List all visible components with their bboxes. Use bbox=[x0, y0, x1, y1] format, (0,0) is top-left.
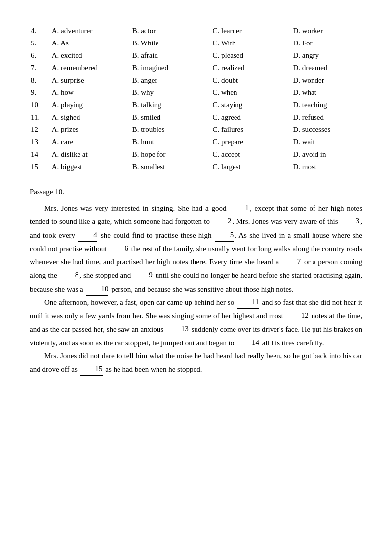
option-d: D. what bbox=[292, 86, 362, 99]
table-row: 5. A. As B. While C. With D. For bbox=[30, 37, 362, 49]
option-d: D. wonder bbox=[292, 74, 362, 86]
option-b: B. anger bbox=[131, 74, 212, 86]
question-num: 10. bbox=[30, 99, 51, 111]
question-num: 9. bbox=[30, 86, 51, 99]
table-row: 10. A. playing B. talking C. staying D. … bbox=[30, 99, 362, 111]
option-c: C. realized bbox=[212, 62, 292, 74]
table-row: 6. A. excited B. afraid C. pleased D. an… bbox=[30, 49, 362, 62]
option-c: C. doubt bbox=[212, 74, 292, 86]
question-num: 6. bbox=[30, 49, 51, 62]
option-a: A. playing bbox=[51, 99, 131, 111]
option-c: C. pleased bbox=[212, 49, 292, 62]
table-row: 7. A. remembered B. imagined C. realized… bbox=[30, 62, 362, 74]
page-number: 1 bbox=[30, 390, 362, 398]
option-b: B. smiled bbox=[131, 111, 212, 124]
option-c: C. staying bbox=[212, 99, 292, 111]
blank-4: 4 bbox=[78, 228, 97, 242]
blank-13: 13 bbox=[166, 322, 189, 336]
option-b: B. actor bbox=[131, 25, 212, 37]
option-c: C. failures bbox=[212, 124, 292, 136]
option-a: A. remembered bbox=[51, 62, 131, 74]
option-b: B. afraid bbox=[131, 49, 212, 62]
option-d: D. dreamed bbox=[292, 62, 362, 74]
option-a: A. how bbox=[51, 86, 131, 99]
paragraph-3: Mrs. Jones did not dare to tell him what… bbox=[30, 349, 362, 376]
option-b: B. hunt bbox=[131, 136, 212, 148]
paragraph-2: One afternoon, however, a fast, open car… bbox=[30, 296, 362, 349]
option-c: C. agreed bbox=[212, 111, 292, 124]
option-b: B. talking bbox=[131, 99, 212, 111]
blank-10: 10 bbox=[86, 282, 108, 296]
passage-body: Mrs. Jones was very interested in singin… bbox=[30, 201, 362, 376]
question-num: 15. bbox=[30, 161, 51, 173]
option-d: D. avoid in bbox=[292, 148, 362, 161]
option-b: B. why bbox=[131, 86, 212, 99]
option-b: B. troubles bbox=[131, 124, 212, 136]
question-num: 4. bbox=[30, 25, 51, 37]
question-num: 14. bbox=[30, 148, 51, 161]
table-row: 9. A. how B. why C. when D. what bbox=[30, 86, 362, 99]
blank-1: 1 bbox=[230, 201, 249, 214]
blank-12: 12 bbox=[286, 309, 309, 322]
option-a: A. As bbox=[51, 37, 131, 49]
blank-9: 9 bbox=[134, 268, 153, 282]
question-num: 13. bbox=[30, 136, 51, 148]
option-a: A. dislike at bbox=[51, 148, 131, 161]
table-row: 4. A. adventurer B. actor C. learner D. … bbox=[30, 25, 362, 37]
blank-11: 11 bbox=[237, 296, 259, 309]
option-d: D. angry bbox=[292, 49, 362, 62]
option-c: C. prepare bbox=[212, 136, 292, 148]
option-c: C. when bbox=[212, 86, 292, 99]
option-d: D. worker bbox=[292, 25, 362, 37]
blank-14: 14 bbox=[237, 336, 259, 349]
option-d: D. refused bbox=[292, 111, 362, 124]
option-a: A. adventurer bbox=[51, 25, 131, 37]
question-num: 7. bbox=[30, 62, 51, 74]
option-d: D. wait bbox=[292, 136, 362, 148]
question-num: 5. bbox=[30, 37, 51, 49]
table-row: 8. A. surprise B. anger C. doubt D. wond… bbox=[30, 74, 362, 86]
option-d: D. most bbox=[292, 161, 362, 173]
option-d: D. teaching bbox=[292, 99, 362, 111]
option-a: A. care bbox=[51, 136, 131, 148]
blank-15: 15 bbox=[80, 362, 103, 376]
option-b: B. imagined bbox=[131, 62, 212, 74]
option-c: C. With bbox=[212, 37, 292, 49]
question-num: 8. bbox=[30, 74, 51, 86]
questions-table: 4. A. adventurer B. actor C. learner D. … bbox=[30, 25, 362, 173]
option-d: D. For bbox=[292, 37, 362, 49]
option-a: A. biggest bbox=[51, 161, 131, 173]
paragraph-1: Mrs. Jones was very interested in singin… bbox=[30, 201, 362, 296]
option-a: A. sighed bbox=[51, 111, 131, 124]
option-a: A. surprise bbox=[51, 74, 131, 86]
table-row: 12. A. prizes B. troubles C. failures D.… bbox=[30, 124, 362, 136]
blank-2: 2 bbox=[213, 214, 232, 228]
option-b: B. smallest bbox=[131, 161, 212, 173]
passage-title: Passage 10. bbox=[30, 188, 362, 196]
question-num: 11. bbox=[30, 111, 51, 124]
blank-8: 8 bbox=[60, 268, 79, 282]
option-c: C. learner bbox=[212, 25, 292, 37]
table-row: 15. A. biggest B. smallest C. largest D.… bbox=[30, 161, 362, 173]
option-c: C. largest bbox=[212, 161, 292, 173]
blank-7: 7 bbox=[282, 255, 301, 268]
table-row: 13. A. care B. hunt C. prepare D. wait bbox=[30, 136, 362, 148]
option-d: D. successes bbox=[292, 124, 362, 136]
option-b: B. hope for bbox=[131, 148, 212, 161]
table-row: 14. A. dislike at B. hope for C. accept … bbox=[30, 148, 362, 161]
option-c: C. accept bbox=[212, 148, 292, 161]
option-a: A. prizes bbox=[51, 124, 131, 136]
option-b: B. While bbox=[131, 37, 212, 49]
table-row: 11. A. sighed B. smiled C. agreed D. ref… bbox=[30, 111, 362, 124]
blank-6: 6 bbox=[110, 242, 128, 255]
question-num: 12. bbox=[30, 124, 51, 136]
option-a: A. excited bbox=[51, 49, 131, 62]
blank-3: 3 bbox=[341, 214, 360, 228]
blank-5: 5 bbox=[215, 228, 234, 242]
